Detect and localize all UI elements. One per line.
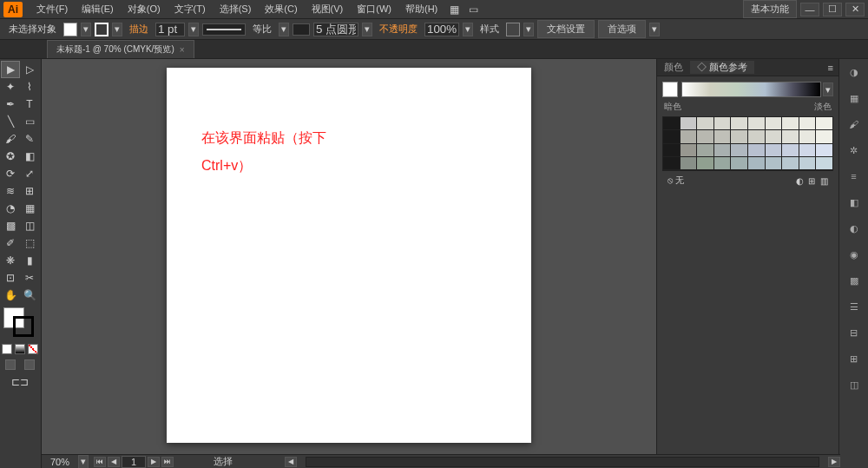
edit-colors-icon[interactable]: ◐	[796, 176, 804, 186]
swatch-cell[interactable]	[782, 144, 799, 156]
menu-window[interactable]: 窗口(W)	[350, 3, 398, 16]
swatch-cell[interactable]	[748, 117, 765, 129]
window-maximize[interactable]: ☐	[823, 3, 842, 16]
artboard-next[interactable]: ▶	[148, 457, 160, 467]
swatch-cell[interactable]	[782, 130, 799, 142]
swatch-cell[interactable]	[748, 157, 765, 169]
swatch-cell[interactable]	[782, 117, 799, 129]
gradient-tool[interactable]: ◫	[20, 217, 39, 234]
menu-object[interactable]: 对象(O)	[121, 3, 168, 16]
direct-selection-tool[interactable]: ▷	[20, 61, 39, 78]
swatch-cell[interactable]	[681, 117, 697, 129]
line-tool[interactable]: ╲	[1, 113, 20, 130]
zoom-dropdown[interactable]: ▾	[78, 455, 89, 469]
hscroll-track[interactable]	[306, 457, 819, 467]
graphic-styles-panel-icon[interactable]: ▩	[845, 271, 864, 290]
brush-input[interactable]	[313, 23, 358, 36]
document-setup-button[interactable]: 文档设置	[537, 20, 595, 38]
harmony-dropdown[interactable]: ▾	[823, 82, 833, 96]
swatch-cell[interactable]	[782, 157, 799, 169]
brush-dropdown[interactable]: ▾	[362, 23, 372, 36]
menu-select[interactable]: 选择(S)	[213, 3, 259, 16]
opacity-dropdown[interactable]: ▾	[463, 23, 473, 36]
color-mode-icon[interactable]	[2, 344, 12, 354]
swatch-cell[interactable]	[731, 144, 747, 156]
color-panel-icon[interactable]: ◑	[845, 63, 864, 82]
swatch-cell[interactable]	[714, 144, 731, 156]
stroke-swatch[interactable]	[95, 23, 108, 36]
swatch-cell[interactable]	[714, 117, 731, 129]
eyedropper-tool[interactable]: ✐	[1, 234, 20, 252]
type-tool[interactable]: T	[20, 96, 39, 113]
swatch-cell[interactable]	[816, 117, 832, 129]
swatch-cell[interactable]	[816, 144, 832, 156]
swatch-cell[interactable]	[697, 144, 713, 156]
blend-tool[interactable]: ⬚	[20, 234, 39, 252]
selection-tool[interactable]: ▶	[1, 61, 20, 78]
swatch-none-icon[interactable]: ⦸	[667, 175, 673, 185]
draw-behind-icon[interactable]	[24, 359, 35, 370]
arrange-docs-icon[interactable]: ▦	[444, 1, 464, 18]
swatch-cell[interactable]	[748, 130, 765, 142]
swatch-cell[interactable]	[714, 157, 731, 169]
pathfinder-panel-icon[interactable]: ◫	[845, 375, 864, 394]
layers-panel-icon[interactable]: ☰	[845, 297, 864, 316]
stroke-dropdown[interactable]: ▾	[112, 23, 122, 36]
scale-tool[interactable]: ⤢	[20, 165, 39, 182]
swatches-panel-icon[interactable]: ▦	[845, 89, 864, 108]
gradient-mode-icon[interactable]	[15, 344, 25, 354]
menu-view[interactable]: 视图(V)	[305, 3, 351, 16]
align-panel-icon[interactable]: ⊟	[845, 323, 864, 342]
stroke-preview[interactable]	[202, 23, 246, 36]
swatch-cell[interactable]	[799, 144, 816, 156]
stroke-weight-dropdown[interactable]: ▾	[188, 23, 199, 36]
symbols-panel-icon[interactable]: ✲	[845, 141, 864, 160]
align-dropdown[interactable]: ▾	[649, 23, 660, 36]
window-minimize[interactable]: —	[800, 3, 819, 16]
hscroll-right[interactable]: ▶	[828, 457, 840, 467]
appearance-panel-icon[interactable]: ◉	[845, 245, 864, 264]
artboard-tool[interactable]: ⊡	[1, 269, 20, 287]
swatch-cell[interactable]	[663, 130, 680, 142]
blob-brush-tool[interactable]: ✪	[1, 148, 20, 165]
menu-edit[interactable]: 编辑(E)	[75, 3, 121, 16]
window-close[interactable]: ✕	[845, 3, 865, 16]
stroke-panel-icon[interactable]: ≡	[845, 167, 864, 186]
profile-dropdown[interactable]: ▾	[279, 23, 289, 36]
menu-help[interactable]: 帮助(H)	[398, 3, 444, 16]
zoom-level[interactable]: 70%	[42, 457, 78, 467]
fill-stroke-control[interactable]	[1, 307, 39, 342]
slice-tool[interactable]: ✂	[20, 269, 39, 287]
style-dropdown[interactable]: ▾	[523, 23, 534, 36]
swatch-cell[interactable]	[663, 117, 680, 129]
swatch-cell[interactable]	[731, 157, 747, 169]
save-group-icon[interactable]: ⊞	[808, 176, 815, 186]
fill-swatch[interactable]	[63, 23, 77, 36]
swatch-cell[interactable]	[714, 130, 731, 142]
rotate-tool[interactable]: ⟳	[1, 165, 20, 182]
draw-normal-icon[interactable]	[5, 359, 16, 370]
swatch-cell[interactable]	[816, 157, 832, 169]
artboard-number[interactable]: 1	[122, 456, 146, 468]
style-swatch[interactable]	[506, 23, 520, 36]
color-panel-tab[interactable]: 颜色	[657, 61, 690, 74]
column-graph-tool[interactable]: ▮	[20, 252, 39, 269]
swatch-cell[interactable]	[697, 117, 713, 129]
none-mode-icon[interactable]	[28, 344, 38, 354]
gradient-panel-icon[interactable]: ◧	[845, 193, 864, 212]
menu-effect[interactable]: 效果(C)	[258, 3, 304, 16]
hscroll-left[interactable]: ◀	[285, 457, 297, 467]
document-tab[interactable]: 未标题-1 @ 70% (CMYK/预览) ×	[47, 40, 194, 58]
swatch-cell[interactable]	[766, 117, 782, 129]
swatch-cell[interactable]	[731, 117, 747, 129]
menu-type[interactable]: 文字(T)	[168, 3, 213, 16]
symbol-sprayer-tool[interactable]: ❋	[1, 252, 20, 269]
swatch-cell[interactable]	[697, 130, 713, 142]
artboard-last[interactable]: ⏭	[161, 457, 174, 467]
artboard[interactable]: 在该界面粘贴（按下 Ctrl+v）	[167, 68, 531, 443]
swatch-cell[interactable]	[681, 144, 697, 156]
brush-preview[interactable]	[293, 23, 310, 36]
swatch-cell[interactable]	[799, 157, 816, 169]
hand-tool[interactable]: ✋	[1, 287, 20, 304]
swatch-cell[interactable]	[766, 157, 782, 169]
